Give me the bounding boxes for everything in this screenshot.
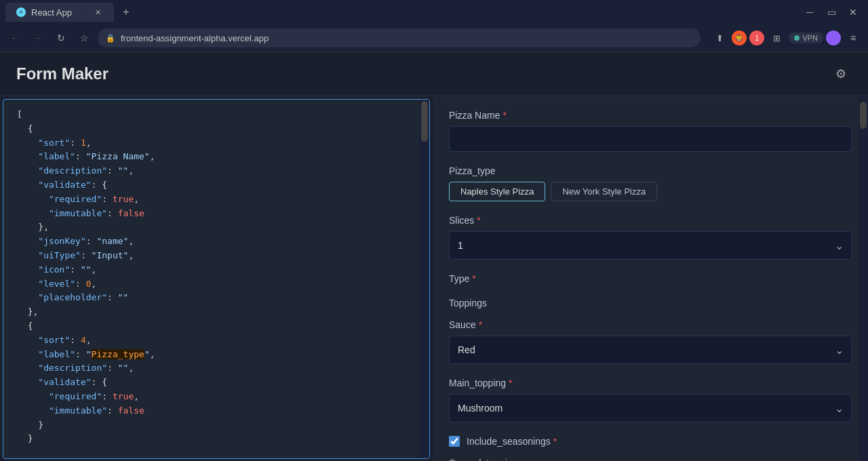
- toppings-section-label: Toppings: [449, 298, 852, 308]
- lock-icon: 🔒: [106, 34, 115, 43]
- slices-select[interactable]: 1 2 3 4 5 6 7 8: [449, 231, 852, 260]
- seasonings-required: *: [553, 436, 557, 447]
- main-topping-label: Main_topping *: [449, 378, 852, 388]
- tab-close-button[interactable]: ✕: [92, 7, 103, 18]
- close-button[interactable]: ✕: [844, 3, 863, 22]
- second-topping-label: Second_topping: [449, 458, 852, 461]
- tab-label: React App: [31, 7, 72, 18]
- pizza-name-required: *: [502, 110, 506, 121]
- share-button[interactable]: ⬆: [710, 28, 729, 47]
- reload-button[interactable]: ↻: [52, 28, 71, 47]
- include-seasonings-label: Include_seasonings *: [467, 436, 557, 447]
- maximize-button[interactable]: ▭: [822, 3, 841, 22]
- json-content: [ { "sort": 1, "label": "Pizza Name", "d…: [3, 100, 429, 458]
- notification-badge[interactable]: 1: [749, 31, 764, 45]
- json-scrollbar-thumb: [421, 101, 428, 142]
- main-layout: [ { "sort": 1, "label": "Pizza Name", "d…: [0, 96, 868, 461]
- main-topping-field: Main_topping * Mushroom Pepperoni Sausag…: [449, 378, 852, 422]
- window-controls: ─ ▭ ✕: [800, 3, 863, 22]
- form-panel-scrollbar[interactable]: [859, 96, 868, 461]
- include-seasonings-row: Include_seasonings *: [449, 436, 852, 447]
- naples-style-button[interactable]: Naples Style Pizza: [449, 182, 545, 201]
- settings-button[interactable]: ⚙: [830, 63, 852, 85]
- main-topping-required: *: [509, 378, 512, 388]
- new-tab-button[interactable]: +: [117, 3, 136, 22]
- json-editor-panel[interactable]: [ { "sort": 1, "label": "Pizza Name", "d…: [3, 99, 430, 459]
- page-title: Form Maker: [16, 64, 108, 83]
- app-header: Form Maker ⚙: [0, 52, 868, 96]
- main-topping-select-wrapper: Mushroom Pepperoni Sausage Onion ⌄: [449, 394, 852, 422]
- slices-required: *: [477, 215, 480, 226]
- browser-actions: ⬆ 🦁 1 ⊞ VPN ≡: [710, 28, 863, 47]
- extensions-button[interactable]: ⊞: [767, 28, 786, 47]
- pizza-type-label: Pizza_type: [449, 165, 852, 176]
- sauce-required: *: [479, 319, 482, 330]
- slices-field: Slices * 1 2 3 4 5 6 7 8 ⌄: [449, 215, 852, 260]
- sauce-field: Sauce * Red White Pesto None ⌄: [449, 319, 852, 364]
- json-scrollbar[interactable]: [420, 100, 429, 458]
- profile-icon[interactable]: [826, 31, 841, 45]
- menu-button[interactable]: ≡: [844, 28, 863, 47]
- app-content: Form Maker ⚙ [ { "sort": 1, "label": "Pi…: [0, 52, 868, 461]
- type-field: Type *: [449, 273, 852, 284]
- minimize-button[interactable]: ─: [800, 3, 819, 22]
- browser-chrome: ⚛ React App ✕ + ─ ▭ ✕ ← → ↻ ☆ 🔒 frontend…: [0, 0, 868, 52]
- new-york-style-button[interactable]: New York Style Pizza: [551, 182, 657, 201]
- back-button[interactable]: ←: [5, 28, 24, 47]
- style-button-group: Naples Style Pizza New York Style Pizza: [449, 182, 852, 201]
- brave-icon: 🦁: [732, 31, 747, 45]
- form-panel: Pizza Name * Pizza_type Naples Style Piz…: [433, 96, 868, 461]
- tab-favicon: ⚛: [16, 7, 26, 17]
- tab-bar: ⚛ React App ✕ + ─ ▭ ✕: [0, 0, 868, 24]
- slices-select-wrapper: 1 2 3 4 5 6 7 8 ⌄: [449, 231, 852, 260]
- slices-label: Slices *: [449, 215, 852, 226]
- type-label: Type *: [449, 273, 852, 284]
- pizza-name-field: Pizza Name *: [449, 110, 852, 152]
- include-seasonings-checkbox[interactable]: [449, 436, 460, 447]
- type-required: *: [472, 273, 475, 284]
- browser-tab[interactable]: ⚛ React App ✕: [5, 3, 114, 22]
- vpn-button[interactable]: VPN: [789, 33, 823, 43]
- pizza-name-input[interactable]: [449, 126, 852, 152]
- address-text: frontend-assignment-alpha.vercel.app: [121, 33, 269, 43]
- address-bar[interactable]: 🔒 frontend-assignment-alpha.vercel.app: [98, 28, 701, 47]
- address-bar-row: ← → ↻ ☆ 🔒 frontend-assignment-alpha.verc…: [0, 24, 868, 52]
- sauce-select-wrapper: Red White Pesto None ⌄: [449, 336, 852, 364]
- bookmark-button[interactable]: ☆: [75, 28, 94, 47]
- second-topping-field: Second_topping: [449, 458, 852, 461]
- sauce-select[interactable]: Red White Pesto None: [449, 336, 852, 364]
- main-topping-select[interactable]: Mushroom Pepperoni Sausage Onion: [449, 394, 852, 422]
- forward-button[interactable]: →: [28, 28, 47, 47]
- pizza-type-field: Pizza_type Naples Style Pizza New York S…: [449, 165, 852, 201]
- vpn-dot: [794, 35, 800, 41]
- form-panel-scrollbar-thumb: [860, 102, 867, 129]
- sauce-label: Sauce *: [449, 319, 852, 330]
- pizza-name-label: Pizza Name *: [449, 110, 852, 121]
